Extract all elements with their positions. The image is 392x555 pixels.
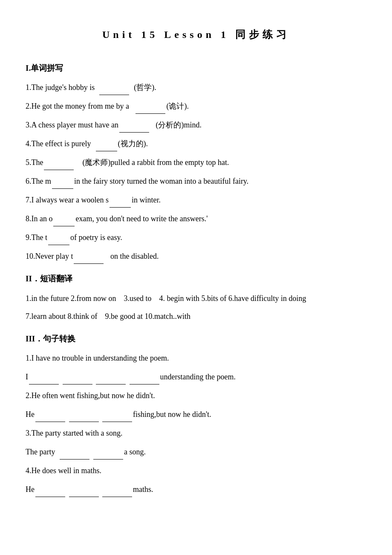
question-2: 2.He got the money from me by a (诡计). bbox=[26, 98, 366, 114]
question-6: 6.The min the fairy story turned the wom… bbox=[26, 173, 366, 189]
section-vocabulary: I.单词拼写 1.The judge's hobby is (哲学). 2.He… bbox=[26, 61, 366, 264]
conversion-q1-answer: I understanding the poem. bbox=[26, 369, 366, 384]
phrase-line-1: 1.in the future 2.from now on 3.used to … bbox=[26, 291, 366, 306]
section-phrases-header: II．短语翻译 bbox=[26, 272, 366, 286]
section-conversion-header: III．句子转换 bbox=[26, 332, 366, 346]
phrase-line-2: 7.learn about 8.think of 9.be good at 10… bbox=[26, 309, 366, 324]
question-9: 9.The tof poetry is easy. bbox=[26, 230, 366, 245]
conversion-q1-original: 1.I have no trouble in understanding the… bbox=[26, 350, 366, 366]
section-phrases: II．短语翻译 1.in the future 2.from now on 3.… bbox=[26, 272, 366, 324]
page-title: Unit 15 Lesson 1 同步练习 bbox=[26, 26, 366, 44]
conversion-q2-answer: He fishing,but now he didn't. bbox=[26, 407, 366, 422]
question-5: 5.The (魔术师)pulled a rabbit from the empt… bbox=[26, 155, 366, 170]
question-4: 4.The effect is purely (视力的). bbox=[26, 136, 366, 151]
question-3: 3.A chess player must have an (分析的)mind. bbox=[26, 117, 366, 133]
question-7: 7.I always wear a woolen sin winter. bbox=[26, 192, 366, 208]
question-8: 8.In an oexam, you don't need to write t… bbox=[26, 211, 366, 226]
question-1: 1.The judge's hobby is (哲学). bbox=[26, 80, 366, 95]
question-10: 10.Never play t on the disabled. bbox=[26, 249, 366, 264]
section-vocabulary-header: I.单词拼写 bbox=[26, 61, 366, 75]
conversion-q2-original: 2.He often went fishing,but now he didn'… bbox=[26, 388, 366, 403]
conversion-q3-answer: The party a song. bbox=[26, 444, 366, 460]
conversion-q4-original: 4.He does well in maths. bbox=[26, 463, 366, 478]
conversion-q4-answer: He maths. bbox=[26, 482, 366, 497]
section-conversion: III．句子转换 1.I have no trouble in understa… bbox=[26, 332, 366, 497]
conversion-q3-original: 3.The party started with a song. bbox=[26, 425, 366, 441]
